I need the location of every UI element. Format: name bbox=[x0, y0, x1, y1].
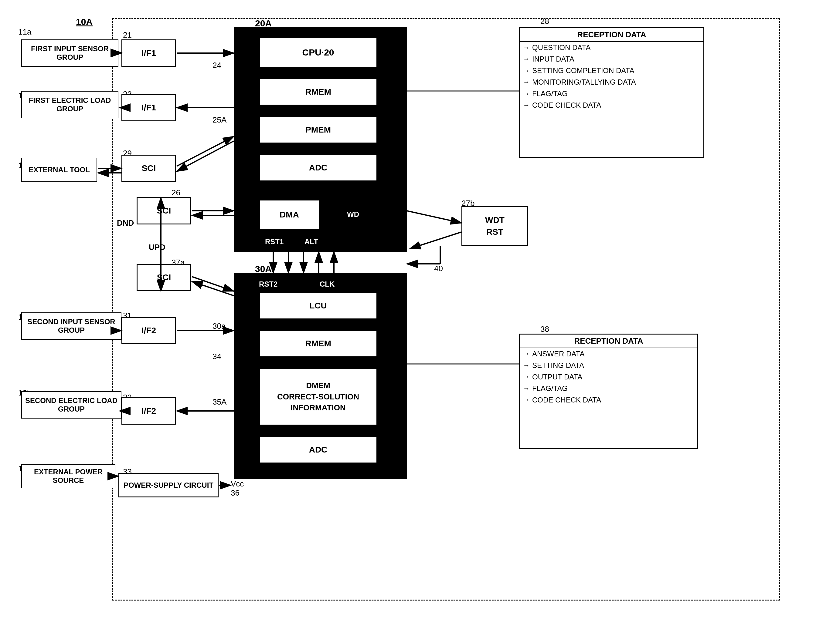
external-power-source-box: EXTERNAL POWER SOURCE bbox=[21, 464, 115, 488]
second-input-sensor-box: SECOND INPUT SENSOR GROUP bbox=[21, 312, 121, 340]
clk-label: CLK bbox=[320, 280, 334, 288]
reception-28-row-6: →CODE CHECK DATA bbox=[520, 100, 703, 111]
label-20A: 20A bbox=[255, 18, 272, 28]
reception-28-row-2: →INPUT DATA bbox=[520, 53, 703, 65]
first-input-sensor-box: FIRST INPUT SENSOR GROUP bbox=[21, 39, 118, 67]
lcu-box: LCU bbox=[259, 292, 377, 319]
adc2-box: ADC bbox=[259, 436, 377, 463]
if1-bot-box: I/F1 bbox=[121, 94, 176, 121]
label-25A: 25A bbox=[212, 115, 226, 125]
label-21: 21 bbox=[123, 30, 132, 40]
reception-28-row-1: →QUESTION DATA bbox=[520, 42, 703, 53]
label-38: 38 bbox=[540, 324, 549, 334]
reception-28-row-5: →FLAG/TAG bbox=[520, 88, 703, 100]
label-30A: 30A bbox=[255, 264, 272, 274]
if2-top-box: I/F2 bbox=[121, 317, 176, 344]
reception-28-row-3: →SETTING COMPLETION DATA bbox=[520, 65, 703, 77]
lcu-block: RST2 CLK LCU RMEM DMEM CORRECT-SOLUTION … bbox=[234, 273, 407, 479]
label-24: 24 bbox=[212, 61, 221, 70]
label-26: 26 bbox=[171, 188, 181, 197]
first-electric-load-box: FIRST ELECTRIC LOAD GROUP bbox=[21, 91, 118, 118]
if2-bot-box: I/F2 bbox=[121, 398, 176, 425]
label-35A: 35A bbox=[212, 398, 226, 407]
alt-label: ALT bbox=[305, 238, 318, 246]
label-10A: 10A bbox=[76, 17, 93, 27]
vcc-label: Vcc bbox=[231, 479, 244, 488]
rst1-label: RST1 bbox=[265, 238, 284, 246]
reception-38-row-1: →ANSWER DATA bbox=[520, 348, 697, 360]
rmem1-box: RMEM bbox=[259, 78, 377, 106]
dnd-label: DND bbox=[117, 218, 134, 228]
pmem-box: PMEM bbox=[259, 116, 377, 144]
sci-mid-box: SCI bbox=[137, 197, 191, 224]
label-28: 28 bbox=[540, 17, 549, 26]
second-electric-load-box: SECOND ELECTRIC LOAD GROUP bbox=[21, 391, 121, 419]
reception-data-38-title: RECEPTION DATA bbox=[520, 335, 697, 348]
rst2-label: RST2 bbox=[259, 280, 278, 288]
reception-38-row-4: →FLAG/TAG bbox=[520, 383, 697, 394]
label-30a: 30a bbox=[212, 321, 226, 331]
cpu-box: CPU·20 bbox=[259, 37, 377, 67]
reception-38-row-3: →OUTPUT DATA bbox=[520, 371, 697, 383]
reception-data-38-box: RECEPTION DATA →ANSWER DATA →SETTING DAT… bbox=[519, 333, 698, 449]
label-36: 36 bbox=[231, 488, 240, 498]
power-supply-box: POWER-SUPPLY CIRCUIT bbox=[118, 473, 218, 498]
adc1-box: ADC bbox=[259, 154, 377, 182]
reception-38-row-5: →CODE CHECK DATA bbox=[520, 394, 697, 406]
sci-top-box: SCI bbox=[121, 155, 176, 182]
dma-box: DMA bbox=[259, 200, 320, 230]
upd-label: UPD bbox=[149, 243, 165, 252]
external-tool-box: EXTERNAL TOOL bbox=[21, 158, 97, 182]
dmem-box: DMEM CORRECT-SOLUTION INFORMATION bbox=[259, 368, 377, 426]
sci-bot-box: SCI bbox=[137, 264, 191, 291]
if1-top-box: I/F1 bbox=[121, 39, 176, 67]
label-11a: 11a bbox=[18, 27, 31, 37]
reception-data-28-title: RECEPTION DATA bbox=[520, 28, 703, 42]
cpu-block: CPU·20 RMEM PMEM ADC DMA RST1 ALT WD bbox=[234, 27, 407, 252]
reception-28-row-4: →MONITORING/TALLYING DATA bbox=[520, 77, 703, 88]
rmem2-box: RMEM bbox=[259, 330, 377, 357]
wd-label: WD bbox=[347, 210, 359, 219]
reception-data-28-box: RECEPTION DATA →QUESTION DATA →INPUT DAT… bbox=[519, 27, 704, 158]
label-34: 34 bbox=[212, 352, 221, 361]
label-40: 40 bbox=[434, 264, 443, 273]
wdt-rst-box: WDT RST bbox=[462, 206, 528, 246]
reception-38-row-2: →SETTING DATA bbox=[520, 360, 697, 371]
